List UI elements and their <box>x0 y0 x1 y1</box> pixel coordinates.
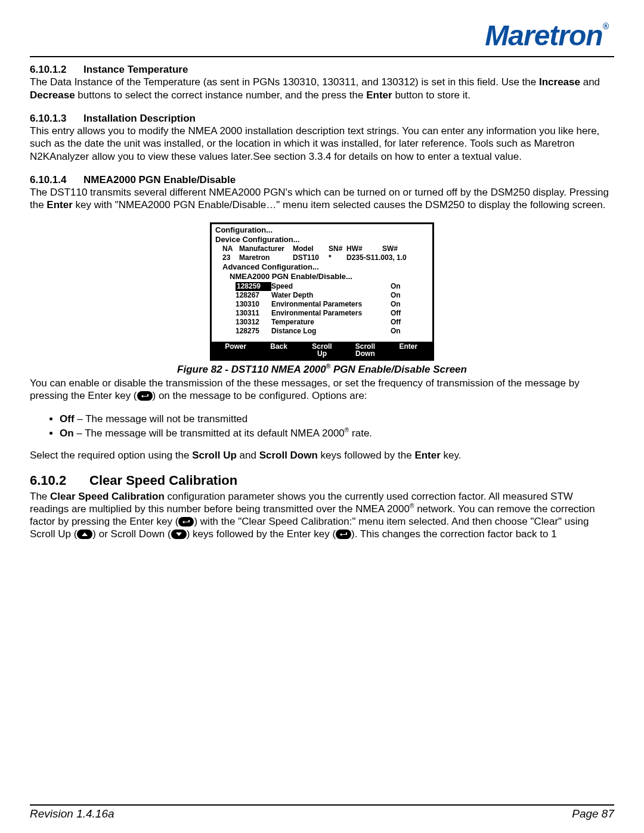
enter-key-icon <box>178 517 194 527</box>
section-heading: 6.10.1.3Installation Description <box>30 112 614 125</box>
screen-column-header: NA Manufacturer Model SN# HW# SW# <box>212 244 432 253</box>
pgn-row: 130310Environmental ParametersOn <box>212 300 432 309</box>
scroll-down-key-icon <box>171 529 187 539</box>
list-item: On – The message will be transmitted at … <box>60 427 614 439</box>
pgn-row: 128275Distance LogOn <box>212 327 432 336</box>
paragraph: Select the required option using the Scr… <box>30 449 614 462</box>
screen-button-row: Power Back ScrollUp ScrollDown Enter <box>212 342 432 359</box>
enter-key-icon <box>336 529 351 539</box>
brand-logo: Maretron® <box>485 18 614 54</box>
figure-screen: Configuration... Device Configuration...… <box>30 222 614 361</box>
paragraph: You can enable or disable the transmissi… <box>30 377 614 402</box>
screen-device-row: 23 Maretron DST110 * D235-S11.003, 1.0 <box>212 253 432 262</box>
section-heading: 6.10.1.4NMEA2000 PGN Enable/Disable <box>30 174 614 186</box>
section-body: The DST110 transmits several different N… <box>30 186 614 212</box>
screen-btn-enter: Enter <box>387 343 430 358</box>
page-number: Page 87 <box>572 807 614 821</box>
screen-btn-power: Power <box>214 343 257 358</box>
section-heading: 6.10.1.2Instance Temperature <box>30 63 614 76</box>
screen-line: Device Configuration... <box>212 235 432 244</box>
screen-btn-scroll-down: ScrollDown <box>343 343 386 358</box>
revision-label: Revision 1.4.16a <box>30 807 114 821</box>
screen-line: Configuration... <box>212 225 432 235</box>
section-heading: 6.10.2Clear Speed Calibration <box>30 472 614 489</box>
section-body: The Clear Speed Calibration configuratio… <box>30 490 614 541</box>
scroll-up-key-icon <box>77 529 92 539</box>
screen-line: Advanced Configuration... <box>212 262 432 272</box>
screen-line: NMEA2000 PGN Enable/Disable... <box>212 272 432 281</box>
screen-btn-back: Back <box>257 343 300 358</box>
pgn-row: 128259SpeedOn <box>212 282 432 291</box>
figure-caption: Figure 82 - DST110 NMEA 2000® PGN Enable… <box>30 363 614 376</box>
screen-btn-scroll-up: ScrollUp <box>301 343 343 358</box>
page-footer: Revision 1.4.16a Page 87 <box>30 804 614 821</box>
section-body: The Data Instance of the Temperature (as… <box>30 76 614 101</box>
pgn-row: 130311Environmental ParametersOff <box>212 309 432 318</box>
header: Maretron® <box>30 18 614 57</box>
pgn-row: 130312TemperatureOff <box>212 318 432 327</box>
enter-key-icon <box>137 391 153 401</box>
section-body: This entry allows you to modify the NMEA… <box>30 125 614 163</box>
list-item: Off – The message will not be transmitte… <box>60 413 614 425</box>
pgn-row: 128267Water DepthOn <box>212 291 432 300</box>
options-list: Off – The message will not be transmitte… <box>60 413 614 439</box>
